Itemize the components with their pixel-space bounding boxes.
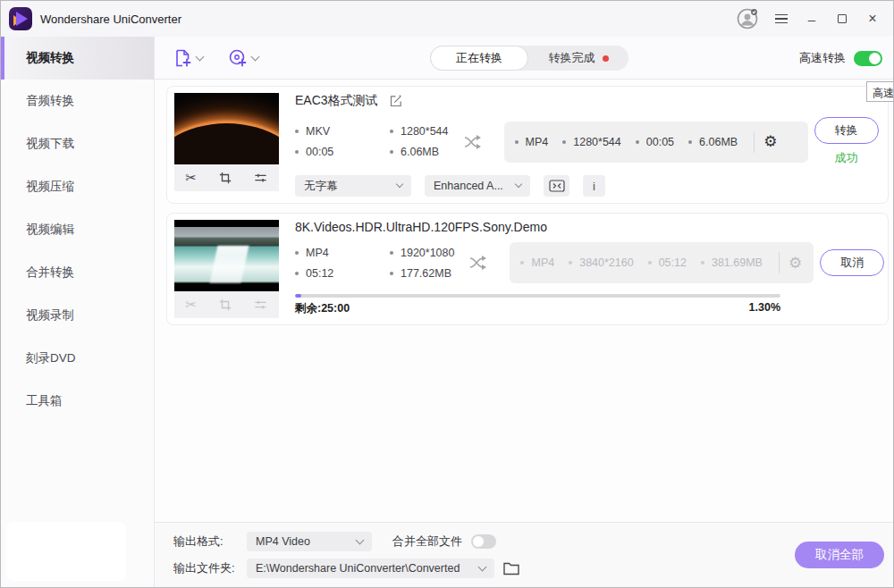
crop-icon[interactable]	[219, 172, 232, 184]
task-card-2: ✂ 8K.Videos.HDR.UltraHD.120FPS.Sony.Demo…	[166, 213, 889, 325]
source-resolution: 1280*544	[401, 125, 449, 138]
progress-percent: 1.30%	[749, 301, 780, 316]
sidebar-item-label: 合并转换	[26, 265, 74, 281]
tab-label: 正在转换	[456, 50, 502, 66]
status-text: 成功	[835, 150, 858, 166]
menu-icon[interactable]	[766, 6, 797, 31]
tab-finished[interactable]: 转换完成	[528, 46, 628, 71]
maximize-button[interactable]	[827, 6, 857, 31]
add-disc-icon	[228, 48, 248, 68]
output-duration: 05:12	[659, 256, 687, 269]
thumbnail-waterfall	[210, 246, 249, 283]
chevron-down-icon	[478, 562, 487, 571]
window-controls: – ×	[734, 6, 894, 31]
source-size: 6.06MB	[401, 146, 439, 158]
notification-dot	[603, 55, 609, 62]
edit-toolbar: ✂	[174, 164, 279, 191]
fast-convert-control: 高速转换	[799, 37, 882, 80]
cancel-button[interactable]: 取消	[820, 249, 884, 276]
settings-gear-icon: ⚙	[789, 256, 802, 271]
sidebar-item-label: 视频压缩	[26, 179, 74, 195]
close-button[interactable]: ×	[857, 6, 888, 31]
effects-icon	[254, 298, 267, 311]
output-format-value: MP4 Video	[256, 535, 310, 548]
divider	[779, 252, 780, 273]
task-info: 8K.Videos.HDR.UltraHD.120FPS.Sony.Demo M…	[295, 220, 890, 318]
account-icon[interactable]	[734, 6, 761, 31]
output-duration: 00:05	[646, 136, 674, 148]
minimize-button[interactable]: –	[797, 6, 827, 31]
progress-area: 剩余:25:00 1.30%	[295, 294, 780, 316]
sidebar-item-video-convert[interactable]: 视频转换	[1, 37, 154, 80]
settings-gear-icon[interactable]: ⚙	[763, 134, 777, 149]
output-info-disabled: MP4 3840*2160 05:12 381.69MB ⚙	[510, 242, 814, 283]
source-size: 177.62MB	[401, 267, 451, 280]
sidebar-item-toolbox[interactable]: 工具箱	[1, 380, 154, 423]
output-resolution: 3840*2160	[579, 256, 633, 269]
time-remaining: 剩余:25:00	[295, 301, 350, 316]
sidebar-item-video-edit[interactable]: 视频编辑	[1, 208, 154, 251]
open-folder-icon[interactable]	[503, 562, 519, 575]
source-duration: 00:05	[306, 146, 333, 158]
output-folder-label: 输出文件夹:	[173, 560, 247, 576]
output-format: MP4	[531, 256, 554, 269]
subtitle-select-value: 无字幕	[304, 179, 338, 194]
footer-bar: 输出格式: MP4 Video 合并全部文件 输出文件夹: E:\Wonders…	[155, 522, 894, 588]
sidebar-item-label: 工具箱	[26, 393, 63, 409]
output-size: 381.69MB	[712, 256, 763, 269]
divider	[754, 131, 755, 153]
sidebar-item-video-compress[interactable]: 视频压缩	[1, 165, 154, 208]
sidebar-bottom-panel	[6, 522, 126, 581]
fast-convert-label: 高速转换	[799, 50, 846, 66]
sidebar-item-label: 音频转换	[26, 93, 74, 109]
chevron-down-icon	[251, 52, 260, 61]
sidebar-item-label: 视频下载	[26, 136, 74, 152]
app-logo-icon	[9, 7, 32, 30]
sidebar: 视频转换 音频转换 视频下载 视频压缩 视频编辑 合并转换 视频录制 刻录DVD…	[1, 37, 155, 588]
video-thumbnail	[174, 220, 279, 291]
cancel-all-button[interactable]: 取消全部	[795, 542, 884, 568]
trim-icon[interactable]: ✂	[186, 170, 198, 186]
output-folder-select[interactable]: E:\Wondershare UniConverter\Converted	[247, 559, 494, 578]
chevron-down-icon	[356, 535, 365, 544]
task-info: EAC3格式测试 MKV 1280*544 00:05 6.06MB	[295, 93, 885, 197]
subtitle-compress-icon[interactable]	[544, 175, 569, 197]
subtitle-select[interactable]: 无字幕	[295, 175, 411, 197]
trim-icon: ✂	[186, 297, 198, 313]
merge-all-toggle[interactable]	[471, 534, 496, 549]
sidebar-item-screen-record[interactable]: 视频录制	[1, 294, 154, 337]
app-window: Wondershare UniConverter – × 视频转换 音频转换	[0, 0, 894, 588]
output-resolution: 1280*544	[573, 136, 621, 148]
sidebar-item-audio-convert[interactable]: 音频转换	[1, 80, 154, 122]
crop-icon	[219, 298, 232, 311]
source-format: MP4	[306, 247, 329, 259]
merge-all-label: 合并全部文件	[392, 533, 462, 550]
audio-select[interactable]: Enhanced A...	[425, 175, 530, 197]
convert-button[interactable]: 转换	[814, 117, 879, 144]
info-icon[interactable]: i	[583, 175, 605, 197]
rename-icon[interactable]	[389, 94, 403, 108]
tab-converting[interactable]: 正在转换	[430, 46, 528, 71]
add-file-button[interactable]	[173, 37, 203, 80]
fast-convert-toggle[interactable]	[854, 51, 882, 66]
add-disc-button[interactable]	[228, 37, 258, 80]
sidebar-item-label: 刻录DVD	[26, 350, 76, 366]
progress-bar	[295, 294, 780, 298]
audio-select-value: Enhanced A...	[434, 180, 503, 192]
thumbnail-column: ✂	[174, 220, 279, 318]
sidebar-item-burn-dvd[interactable]: 刻录DVD	[1, 337, 154, 380]
output-format-select[interactable]: MP4 Video	[247, 532, 372, 551]
tab-label: 转换完成	[549, 50, 595, 66]
video-title: EAC3格式测试	[295, 93, 378, 109]
sidebar-item-video-download[interactable]: 视频下载	[1, 122, 154, 165]
sidebar-item-label: 视频转换	[26, 50, 74, 66]
effects-icon[interactable]	[254, 172, 267, 184]
chevron-down-icon	[396, 181, 403, 188]
sidebar-item-label: 视频录制	[26, 307, 74, 323]
video-title: 8K.Videos.HDR.UltraHD.120FPS.Sony.Demo	[295, 220, 547, 234]
output-folder-value: E:\Wondershare UniConverter\Converted	[256, 562, 460, 575]
output-size: 6.06MB	[699, 136, 738, 148]
progress-fill	[295, 294, 301, 298]
sidebar-item-merge-convert[interactable]: 合并转换	[1, 251, 154, 294]
chevron-down-icon	[515, 181, 522, 188]
